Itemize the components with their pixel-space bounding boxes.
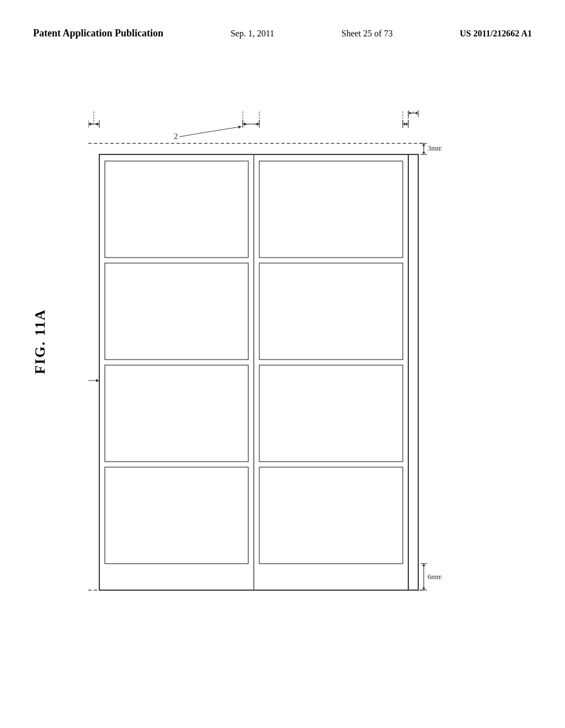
diagram-area: 14mm 5mm 2.5mm 15mm xyxy=(88,110,441,607)
svg-marker-14 xyxy=(89,122,93,126)
svg-rect-7 xyxy=(105,263,248,360)
svg-marker-21 xyxy=(244,122,247,126)
publication-title: Patent Application Publication xyxy=(33,26,163,40)
svg-rect-2 xyxy=(99,154,408,590)
svg-rect-11 xyxy=(105,467,248,564)
svg-rect-10 xyxy=(259,365,403,462)
svg-marker-30 xyxy=(405,122,407,126)
svg-marker-58 xyxy=(96,379,99,382)
publication-date: Sep. 1, 2011 xyxy=(231,26,274,39)
svg-marker-45 xyxy=(422,151,425,153)
sheet-info: Sheet 25 of 73 xyxy=(342,26,393,39)
svg-marker-37 xyxy=(409,111,412,115)
svg-rect-3 xyxy=(408,154,418,590)
svg-rect-9 xyxy=(105,365,248,462)
svg-rect-12 xyxy=(259,467,403,564)
svg-marker-38 xyxy=(415,111,417,115)
svg-rect-8 xyxy=(259,263,403,360)
svg-marker-44 xyxy=(422,144,425,147)
svg-text:3mm: 3mm xyxy=(428,144,441,152)
patent-number: US 2011/212662 A1 xyxy=(460,26,532,39)
figure-label: FIG. 11A xyxy=(32,309,49,374)
svg-marker-22 xyxy=(255,122,258,126)
dimension-svg: 14mm 5mm 2.5mm 15mm xyxy=(88,110,441,607)
svg-marker-51 xyxy=(422,587,425,589)
svg-marker-50 xyxy=(422,565,425,567)
page-header: Patent Application Publication Sep. 1, 2… xyxy=(0,26,565,40)
svg-marker-15 xyxy=(95,122,98,126)
svg-text:6mm: 6mm xyxy=(428,572,441,581)
svg-rect-5 xyxy=(105,161,248,258)
svg-marker-29 xyxy=(404,122,406,126)
svg-rect-6 xyxy=(259,161,403,258)
svg-text:2: 2 xyxy=(174,132,178,141)
